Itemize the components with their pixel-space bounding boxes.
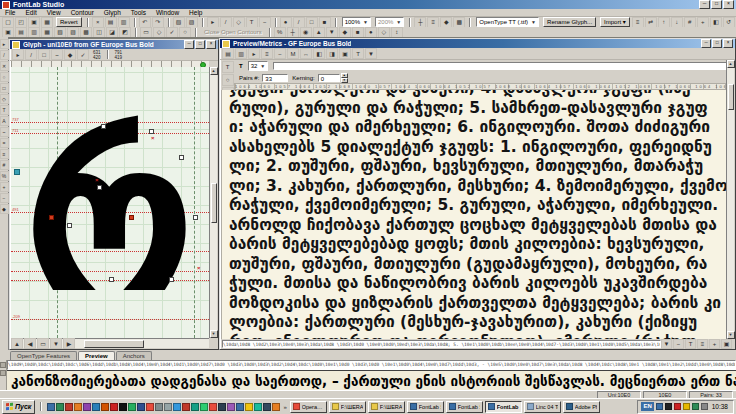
menu-tools[interactable]: Tools xyxy=(126,9,151,17)
curve-tool-icon[interactable]: ~ xyxy=(0,127,9,137)
op-1-icon[interactable]: % xyxy=(274,27,286,37)
minimize-button[interactable]: ─ xyxy=(699,0,710,9)
up-small-icon[interactable]: ▲ xyxy=(11,338,23,349)
minus3-icon[interactable]: − xyxy=(673,339,684,349)
contour-node[interactable] xyxy=(149,129,154,134)
tray-6-icon[interactable] xyxy=(701,403,708,410)
up-icon[interactable]: ↑ xyxy=(658,17,670,27)
pointer-tool-icon[interactable]: ▸ xyxy=(0,39,9,49)
taskbar-button[interactable]: F:\ШЕRА… xyxy=(329,401,366,413)
rail-grip-icon[interactable] xyxy=(0,370,6,376)
rail-grip-icon[interactable] xyxy=(0,362,6,368)
wave-icon[interactable]: ~ xyxy=(51,49,63,60)
ql-18-icon[interactable] xyxy=(200,403,208,411)
list2-icon[interactable]: ≡ xyxy=(261,48,273,59)
print-icon[interactable]: ▤ xyxy=(222,48,234,59)
ql-10-icon[interactable] xyxy=(128,403,136,411)
minus2-icon[interactable]: − xyxy=(274,48,286,59)
language-indicator[interactable]: EN xyxy=(641,402,653,411)
taskbar-button[interactable]: Linc 04 Text… xyxy=(524,401,561,413)
diamond-tool-icon[interactable]: ◇ xyxy=(0,94,9,104)
contour-node[interactable] xyxy=(179,155,184,160)
paste-icon[interactable]: ▥ xyxy=(118,17,130,27)
contour-node[interactable] xyxy=(101,124,106,129)
contour-node[interactable] xyxy=(193,215,198,220)
panel-5-icon[interactable]: ▧ xyxy=(54,27,66,37)
op-6-icon[interactable]: ◆ xyxy=(339,27,351,37)
ql-15-icon[interactable] xyxy=(173,403,181,411)
op-4-icon[interactable]: ▲ xyxy=(313,27,325,37)
text-tool-icon[interactable]: T xyxy=(0,105,9,115)
menu-help[interactable]: Help xyxy=(184,9,207,17)
right-small-icon[interactable]: ▶ xyxy=(63,338,75,349)
meter-icon[interactable]: ▸ xyxy=(12,49,24,60)
check-icon[interactable]: ✓ xyxy=(166,27,178,37)
minimize-button[interactable]: ─ xyxy=(701,39,711,48)
tray-3-icon[interactable] xyxy=(674,403,681,410)
ql-13-icon[interactable] xyxy=(155,403,163,411)
glyph-codes-field[interactable]: \10da\10d8 \10d2\10e3\10e0\10e3\10da\10d… xyxy=(222,340,661,348)
percent-tool-icon[interactable]: % xyxy=(0,171,9,181)
snap2-icon[interactable]: ◆ xyxy=(64,49,76,60)
pen-tool-icon[interactable]: / xyxy=(0,50,9,60)
hash-tool-icon[interactable]: # xyxy=(0,160,9,170)
layers-icon[interactable]: ▨ xyxy=(186,17,198,27)
knife-icon[interactable]: ◇ xyxy=(233,17,245,27)
ql-12-icon[interactable] xyxy=(146,403,154,411)
ql-26-icon[interactable] xyxy=(272,403,280,411)
left-sb-icon[interactable]: ◧ xyxy=(313,48,325,59)
close-button[interactable]: × xyxy=(206,40,216,49)
dropdown-icon[interactable]: ▼ xyxy=(365,48,377,59)
font-format-combo[interactable]: OpenType TT (.ttf)▼ xyxy=(476,17,539,27)
anchor-icon[interactable]: + xyxy=(697,17,709,27)
kerning-stepper[interactable]: ▲▼ xyxy=(341,73,348,82)
close-button[interactable]: × xyxy=(723,0,734,9)
caps-tool-icon[interactable]: A xyxy=(0,116,9,126)
maximize-button[interactable]: □ xyxy=(712,39,722,48)
measure-icon[interactable]: − xyxy=(259,17,271,27)
ql-2-icon[interactable] xyxy=(56,403,64,411)
menu-file[interactable]: File xyxy=(0,9,20,17)
op-7-icon[interactable]: ■ xyxy=(352,27,364,37)
text-mode-icon[interactable]: T xyxy=(222,61,234,73)
rename-glyph-button[interactable]: Rename Glyph... xyxy=(543,17,596,27)
scroll-up-icon[interactable]: ▲ xyxy=(210,67,218,75)
pairs-input[interactable]: 33 xyxy=(262,74,288,82)
preview-text-area[interactable]: ჯგუფი: ქართლური და კახური; 4. დასავლური … xyxy=(221,90,726,339)
scroll-up-icon[interactable]: ▲ xyxy=(727,60,735,68)
taskbar-button[interactable]: Opera… xyxy=(290,401,327,413)
sort-icon[interactable]: ≡ xyxy=(632,17,644,27)
new-icon[interactable]: ▢ xyxy=(2,17,14,27)
flip-icon[interactable]: ◧ xyxy=(710,17,722,27)
text2-icon[interactable]: T xyxy=(352,48,364,59)
tray-1-icon[interactable] xyxy=(656,403,663,410)
glyph-window-titlebar[interactable]: Glyph - uni10E0 from GF Europe Bus Bold … xyxy=(10,40,218,49)
size-combo[interactable]: 32▼ xyxy=(248,61,269,71)
contour-node-selected[interactable] xyxy=(129,215,134,220)
rect-icon[interactable]: □ xyxy=(306,17,318,27)
width-icon[interactable]: ↔ xyxy=(300,48,312,59)
tray-5-icon[interactable] xyxy=(692,403,699,410)
scroll-thumb[interactable] xyxy=(728,84,734,110)
down-icon[interactable]: ↓ xyxy=(671,17,683,27)
cut-icon[interactable]: × xyxy=(92,17,104,27)
preview-text-input[interactable] xyxy=(273,62,732,70)
center-icon[interactable]: ▣ xyxy=(339,48,351,59)
grid3-icon[interactable]: ▣ xyxy=(721,339,732,349)
box-small-icon[interactable]: ▭ xyxy=(37,338,49,349)
glyph-cells-ruler[interactable]: 1064 1060 1057 1064 1052 1068 1060 1057 … xyxy=(234,83,726,90)
open-icon[interactable]: ◰ xyxy=(15,17,27,27)
taskbar-clock[interactable]: 10:38 xyxy=(710,403,730,410)
panel-8-icon[interactable]: ◫ xyxy=(93,27,105,37)
fill-icon[interactable]: ■ xyxy=(319,17,331,27)
ql-23-icon[interactable] xyxy=(245,403,253,411)
op-5-icon[interactable]: ▼ xyxy=(326,27,338,37)
menu-edit[interactable]: Edit xyxy=(20,9,41,17)
node2-icon[interactable]: □ xyxy=(38,49,50,60)
panel-3-icon[interactable]: ▥ xyxy=(28,27,40,37)
control-handle-mark[interactable]: × xyxy=(151,135,155,141)
ql-14-icon[interactable] xyxy=(164,403,172,411)
copy2-icon[interactable]: ▥ xyxy=(235,48,247,59)
control-handle-mark[interactable]: × xyxy=(197,265,201,271)
copy-icon[interactable]: ▤ xyxy=(105,17,117,27)
